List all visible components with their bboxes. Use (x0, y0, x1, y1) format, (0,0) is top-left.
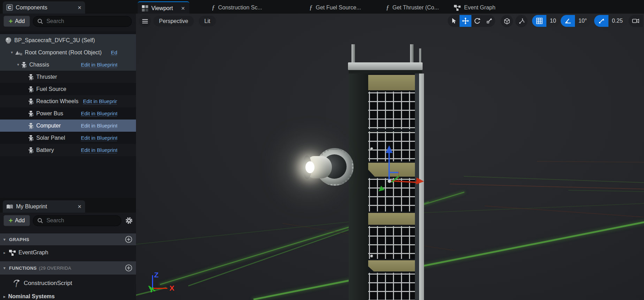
scale-snap-value[interactable]: 0.25 (608, 15, 626, 27)
tab-get-thruster-co[interactable]: ƒGet Thruster (Co... (382, 1, 443, 14)
book-icon (6, 204, 13, 209)
tab-components[interactable]: C Components ✕ (3, 1, 85, 14)
myblueprint-search-input[interactable] (46, 217, 117, 224)
edit-in-blueprint-link[interactable]: Edit in Blueprint (83, 98, 117, 105)
section-graphs[interactable]: ▾ GRAPHS (0, 233, 136, 245)
edit-in-blueprint-link[interactable]: Edit in Blueprint (81, 147, 117, 153)
tab-get-fuel-source[interactable]: ƒGet Fuel Source... (305, 1, 365, 14)
solar-panel-section (368, 178, 415, 211)
chevron-down-icon[interactable]: ▾ (9, 50, 15, 55)
world-local-space-button[interactable] (501, 15, 513, 27)
close-icon[interactable]: ✕ (77, 5, 82, 10)
rotate-icon (474, 17, 481, 24)
tree-row-reaction-wheels[interactable]: Reaction WheelsEdit in Blueprint (0, 95, 136, 107)
grid-snap-value[interactable]: 10 (546, 15, 560, 27)
gizmo-plane-handle[interactable] (398, 172, 400, 181)
move-tool-button[interactable] (460, 15, 471, 27)
camera-speed-button[interactable] (629, 15, 643, 27)
add-function-icon[interactable] (125, 264, 132, 273)
screw (370, 255, 373, 257)
axis-z-label: Z (154, 271, 159, 279)
solar-panel-section (368, 226, 415, 259)
scale-snap-toggle[interactable] (594, 15, 608, 27)
gizmo-z-arrowhead[interactable] (386, 145, 393, 153)
add-blueprint-item-button[interactable]: + Add (3, 215, 30, 226)
select-tool-button[interactable] (448, 15, 460, 27)
axis-x-line (153, 288, 167, 289)
edit-in-blueprint-link[interactable]: Edit in Blueprint (81, 110, 117, 117)
cube-icon (503, 18, 510, 25)
tree-row-computer[interactable]: ComputerEdit in Blueprint (0, 120, 136, 132)
gizmo-origin[interactable] (388, 179, 391, 183)
search-icon (37, 218, 43, 223)
tree-row-solar-panel[interactable]: Solar PanelEdit in Blueprint (0, 132, 136, 144)
tab-construction-sc[interactable]: ƒConstruction Sc... (207, 1, 266, 14)
component-icon (28, 123, 34, 129)
function-icon: ƒ (309, 4, 313, 11)
close-icon[interactable]: ✕ (77, 204, 82, 209)
component-icon (28, 98, 34, 105)
gear-icon[interactable] (125, 216, 133, 225)
nominal-systems-label: Nominal Systems (8, 293, 55, 300)
plus-icon: + (9, 18, 13, 25)
tree-row-power-bus[interactable]: Power BusEdit in Blueprint (0, 107, 136, 120)
gizmo-z-axis[interactable] (388, 152, 390, 182)
components-search-input[interactable] (46, 18, 127, 25)
scale-tool-button[interactable] (483, 15, 495, 27)
edit-in-blueprint-link[interactable]: Edit in Blueprint (111, 49, 117, 56)
add-component-button[interactable]: + Add (3, 16, 30, 27)
tree-row-battery[interactable]: BatteryEdit in Blueprint (0, 144, 136, 156)
components-icon: C (6, 4, 13, 11)
rotation-snap-toggle[interactable] (561, 15, 575, 27)
add-graph-icon[interactable] (125, 236, 132, 244)
tab-label: Event Graph (464, 5, 495, 11)
construction-script-icon: f (13, 279, 21, 287)
list-item-nominal-systems[interactable]: ▸ Nominal Systems (0, 292, 136, 300)
editor-tab-strip: Viewport✕ƒConstruction Sc...ƒGet Fuel So… (136, 0, 644, 14)
eventgraph-label: EventGraph (18, 249, 48, 256)
edit-in-blueprint-link[interactable]: Edit in Blueprint (81, 123, 117, 129)
tab-event-graph[interactable]: Event Graph (450, 1, 500, 14)
edit-in-blueprint-link[interactable]: Edit in Blueprint (81, 135, 117, 141)
tree-row-label: Computer (36, 123, 61, 129)
tree-row-chassis[interactable]: ▾ChassisEdit in Blueprint (0, 59, 136, 71)
component-icon (21, 62, 27, 68)
viewport-3d-scene[interactable]: Z X Y Perspective Lit (136, 14, 644, 300)
component-icon (28, 147, 34, 153)
list-item-eventgraph[interactable]: ▸ EventGraph (0, 246, 136, 259)
list-item-constructionscript[interactable]: f ConstructionScript (0, 276, 136, 290)
plus-icon: + (9, 217, 13, 224)
tree-row-root-component-root-object[interactable]: ▾CRoot Component (Root Object)Edit in Bl… (0, 46, 136, 59)
lit-button[interactable]: Lit (199, 16, 216, 26)
components-search[interactable] (33, 16, 132, 27)
tab-viewport[interactable]: Viewport✕ (138, 1, 189, 14)
spacecraft-model[interactable] (348, 44, 425, 300)
viewport-options-menu-button[interactable] (139, 15, 151, 27)
tree-row-fuel-source[interactable]: Fuel Source (0, 83, 136, 95)
craft-top-cap (348, 62, 423, 70)
tree-row-bp-spacecraft-dvfc-3u-self[interactable]: BP_Spacecraft_DVFC_3U (Self) (0, 34, 136, 46)
grid-snap-toggle[interactable] (532, 15, 546, 27)
surface-snapping-button[interactable] (515, 15, 528, 27)
axis-y-label: Y (149, 286, 154, 294)
component-icon (28, 86, 34, 92)
tree-row-label: Root Component (Root Object) (25, 49, 102, 56)
rotation-snap-value[interactable]: 10° (575, 15, 590, 27)
chevron-right-icon: ▸ (0, 251, 9, 255)
rotate-tool-button[interactable] (471, 15, 483, 27)
edit-in-blueprint-link[interactable]: Edit in Blueprint (81, 62, 117, 68)
perspective-button[interactable]: Perspective (153, 16, 194, 26)
add-blueprint-label: Add (15, 217, 25, 224)
transform-tool-group (448, 15, 495, 27)
tab-my-blueprint[interactable]: My Blueprint ✕ (3, 200, 85, 213)
tree-row-thruster[interactable]: Thruster (0, 71, 136, 83)
close-icon[interactable]: ✕ (181, 6, 185, 11)
rotation-snap-group: 10° (561, 15, 590, 27)
myblueprint-search[interactable] (33, 215, 121, 226)
camera-icon (632, 18, 640, 24)
section-functions[interactable]: ▾ FUNCTIONS (29 OVERRIDA (0, 261, 136, 275)
gizmo-plane-handle[interactable] (390, 172, 399, 173)
gizmo-x-arrowhead[interactable] (416, 177, 424, 185)
chevron-down-icon[interactable]: ▾ (15, 62, 21, 67)
left-sidebar: C Components ✕ + Add BP_Spacecraft_DVFC_… (0, 0, 137, 300)
